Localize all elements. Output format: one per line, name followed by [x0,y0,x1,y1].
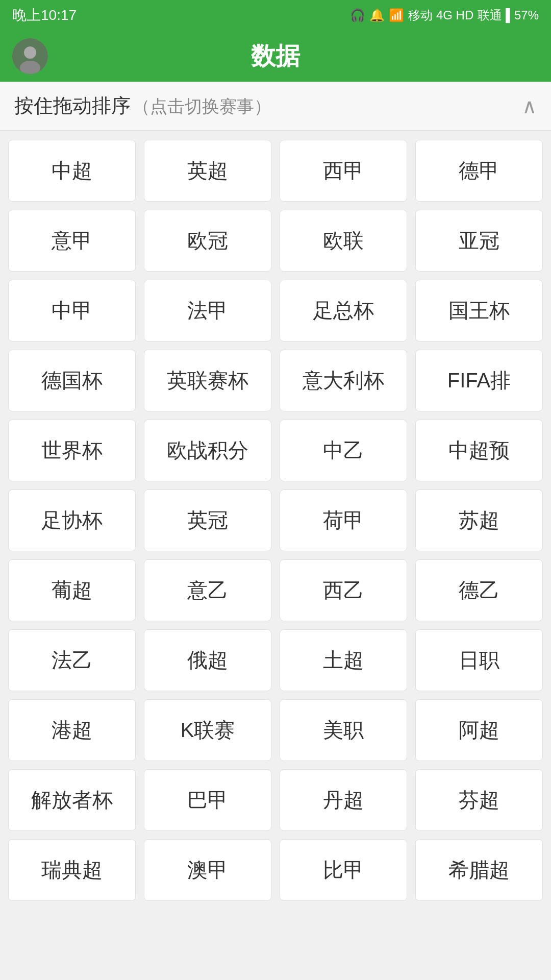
league-item-33[interactable]: K联赛 [144,699,271,761]
headphone-icon: 🎧 [350,8,365,22]
league-item-21[interactable]: 英冠 [144,489,271,551]
league-item-37[interactable]: 巴甲 [144,769,271,831]
league-item-30[interactable]: 土超 [280,629,407,691]
page-title: 数据 [251,40,300,72]
league-item-6[interactable]: 欧联 [280,210,407,272]
league-item-9[interactable]: 法甲 [144,280,271,341]
league-item-29[interactable]: 俄超 [144,629,271,691]
league-item-25[interactable]: 意乙 [144,559,271,621]
league-item-3[interactable]: 德甲 [415,140,543,202]
alarm-icon: 🔔 [369,8,385,22]
league-item-7[interactable]: 亚冠 [415,210,543,272]
league-item-20[interactable]: 足协杯 [8,489,136,551]
league-item-43[interactable]: 希腊超 [415,839,543,901]
league-item-14[interactable]: 意大利杯 [280,350,407,411]
league-item-42[interactable]: 比甲 [280,839,407,901]
league-item-10[interactable]: 足总杯 [280,280,407,341]
league-grid: 中超英超西甲德甲意甲欧冠欧联亚冠中甲法甲足总杯国王杯德国杯英联赛杯意大利杯FIF… [0,131,551,910]
league-item-2[interactable]: 西甲 [280,140,407,202]
chevron-up-icon: ∧ [522,94,537,118]
sort-label: 按住拖动排序 （点击切换赛事） [14,93,271,119]
league-item-24[interactable]: 葡超 [8,559,136,621]
league-item-1[interactable]: 英超 [144,140,271,202]
sort-hint-text: （点击切换赛事） [133,96,271,116]
league-item-35[interactable]: 阿超 [415,699,543,761]
league-item-18[interactable]: 中乙 [280,420,407,481]
league-item-27[interactable]: 德乙 [415,559,543,621]
league-item-13[interactable]: 英联赛杯 [144,350,271,411]
battery-text: 联通 ▌57% [478,7,539,23]
sort-bar: 按住拖动排序 （点击切换赛事） ∧ [0,82,551,131]
league-item-23[interactable]: 苏超 [415,489,543,551]
status-time: 晚上10:17 [12,6,77,25]
page-header: 数据 [0,31,551,82]
avatar[interactable] [12,38,48,74]
sort-main-text: 按住拖动排序 [14,95,131,116]
wifi-icon: 📶 [389,8,404,22]
league-item-39[interactable]: 芬超 [415,769,543,831]
league-item-0[interactable]: 中超 [8,140,136,202]
league-item-22[interactable]: 荷甲 [280,489,407,551]
league-item-15[interactable]: FIFA排 [415,350,543,411]
league-item-38[interactable]: 丹超 [280,769,407,831]
status-bar: 晚上10:17 🎧 🔔 📶 移动 4G HD 联通 ▌57% [0,0,551,31]
league-item-32[interactable]: 港超 [8,699,136,761]
svg-point-1 [24,46,36,59]
avatar-image [12,38,48,74]
league-item-19[interactable]: 中超预 [415,420,543,481]
league-item-5[interactable]: 欧冠 [144,210,271,272]
league-item-26[interactable]: 西乙 [280,559,407,621]
league-item-4[interactable]: 意甲 [8,210,136,272]
signal-text: 移动 4G HD [408,7,473,23]
league-item-11[interactable]: 国王杯 [415,280,543,341]
league-item-12[interactable]: 德国杯 [8,350,136,411]
league-item-40[interactable]: 瑞典超 [8,839,136,901]
league-item-34[interactable]: 美职 [280,699,407,761]
league-item-41[interactable]: 澳甲 [144,839,271,901]
league-item-17[interactable]: 欧战积分 [144,420,271,481]
league-item-36[interactable]: 解放者杯 [8,769,136,831]
league-item-8[interactable]: 中甲 [8,280,136,341]
league-item-28[interactable]: 法乙 [8,629,136,691]
status-right-icons: 🎧 🔔 📶 移动 4G HD 联通 ▌57% [350,7,539,23]
league-item-31[interactable]: 日职 [415,629,543,691]
league-item-16[interactable]: 世界杯 [8,420,136,481]
